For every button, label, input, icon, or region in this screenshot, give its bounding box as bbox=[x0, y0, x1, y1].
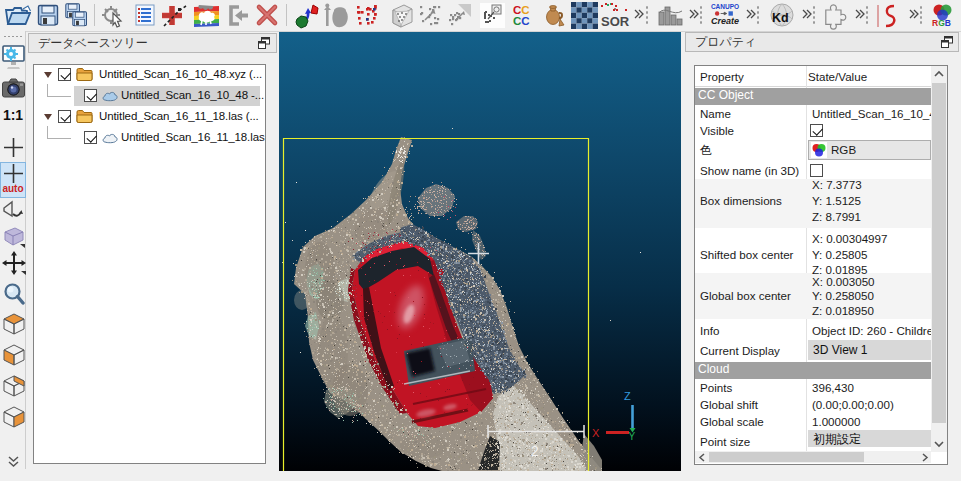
svg-text:Z: Z bbox=[624, 390, 631, 402]
svg-text:X: X bbox=[592, 427, 600, 439]
svg-text:2: 2 bbox=[531, 443, 539, 459]
svg-text:Kd: Kd bbox=[772, 11, 789, 25]
svg-text:Y: Y bbox=[629, 431, 636, 442]
svg-text:SOR: SOR bbox=[601, 14, 630, 29]
svg-text:RGB: RGB bbox=[932, 18, 951, 28]
